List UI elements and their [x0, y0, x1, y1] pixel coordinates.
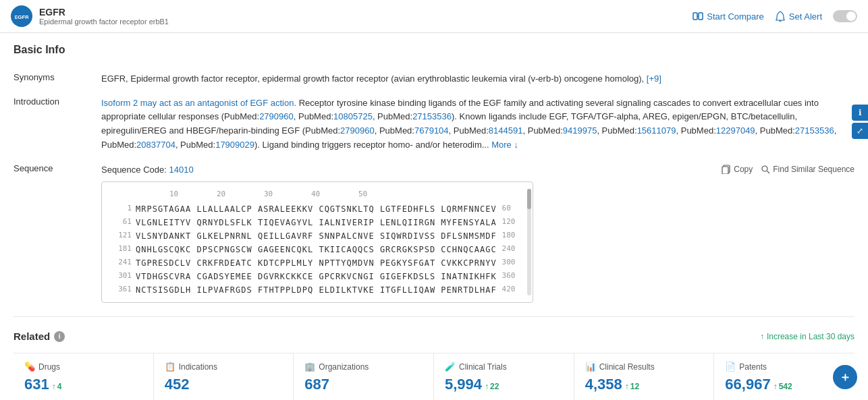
alert-icon [775, 11, 786, 22]
stat-label: 📋 Indications [165, 362, 283, 372]
sidebar-info-button[interactable]: ℹ [852, 105, 868, 121]
pubmed-link-12[interactable]: 17909029 [215, 140, 254, 150]
sequence-row-item: 1MRPSGTAGAA LLALLAALCP ASRALEEKKV CQGTSN… [109, 203, 526, 215]
stat-icon: 💊 [24, 362, 35, 372]
synonyms-more-link[interactable]: [+9] [647, 74, 661, 84]
stat-item[interactable]: 💊 Drugs 631 ↑4 [13, 353, 154, 400]
set-alert-button[interactable]: Set Alert [775, 11, 822, 22]
sequence-row-item: 361NCTSISGDLH ILPVAFRGDS FTHTPPLDPQ ELDI… [109, 284, 526, 296]
stat-icon: 🧪 [445, 362, 456, 372]
sequence-content: Sequence Code: 14010 Copy [101, 163, 855, 304]
related-title: Related i [13, 331, 65, 342]
pubmed-link-8[interactable]: 15611079 [637, 125, 676, 136]
svg-text:EGFR: EGFR [15, 14, 28, 20]
stat-item[interactable]: 🧪 Clinical Trials 5,994 ↑22 [434, 353, 574, 400]
alert-toggle[interactable] [833, 10, 857, 22]
introduction-value: Isoform 2 may act as an antagonist of EG… [101, 96, 855, 152]
intro-more-link[interactable]: More ↓ [491, 140, 518, 150]
stat-label: 🧪 Clinical Trials [445, 362, 563, 372]
find-similar-button[interactable]: Find Similar Sequence [761, 165, 855, 174]
pubmed-link-9[interactable]: 12297049 [716, 125, 755, 136]
header-actions: Start Compare Set Alert [693, 10, 857, 22]
increase-label: ↑ Increase in Last 30 days [760, 332, 855, 341]
stat-increase: ↑4 [52, 382, 62, 391]
main-content: Basic Info Synonyms EGFR, Epidermal grow… [0, 33, 868, 400]
stat-item[interactable]: 🏢 Organizations 687 [294, 353, 434, 400]
sequence-row-item: 241TGPRESDCLV CRKFRDEATC KDTCPPLMLY NPTT… [109, 257, 526, 269]
stat-icon: 📋 [165, 362, 175, 372]
svg-point-7 [762, 166, 767, 171]
sequence-label: Sequence [13, 163, 101, 173]
pubmed-link-7[interactable]: 9419975 [563, 125, 597, 136]
stat-label: 📊 Clinical Results [585, 362, 703, 372]
float-action-button[interactable]: ＋ [833, 365, 857, 389]
sequence-actions: Copy Find Similar Sequence [722, 165, 855, 174]
sequence-code-container: Sequence Code: 14010 [101, 163, 194, 177]
sequence-box: 1020304050 1MRPSGTAGAA LLALLAALCP ASRALE… [101, 181, 533, 303]
intro-text-content: Isoform 2 may act as an antagonist of EG… [101, 98, 836, 150]
stat-value: 4,358 ↑12 [585, 376, 703, 393]
sidebar-tools: ℹ ⤢ [852, 105, 868, 139]
stat-value: 452 [165, 376, 283, 393]
stat-icon: 🏢 [304, 362, 315, 372]
basic-info-title: Basic Info [13, 44, 855, 61]
gene-icon: EGFR [11, 5, 32, 27]
pubmed-link-5[interactable]: 7679104 [414, 125, 449, 136]
stat-increase: ↑12 [625, 382, 639, 391]
stat-label: 📄 Patents [725, 362, 844, 372]
copy-icon [722, 165, 731, 174]
pubmed-link-10[interactable]: 27153536 [795, 125, 834, 136]
stat-item[interactable]: 📋 Indications 452 [154, 353, 294, 400]
sequence-scrollbar[interactable] [527, 189, 531, 295]
stat-icon: 📊 [585, 362, 596, 372]
search-icon [761, 165, 770, 174]
sequence-row-item: 301VTDHGSCVRA CGADSYEMEE DGVRKCKKCE GPCR… [109, 270, 526, 283]
svg-rect-3 [699, 13, 703, 20]
sequence-row: Sequence Sequence Code: 14010 Copy [13, 163, 855, 304]
info-circle-icon: i [54, 331, 65, 342]
header-left: EGFR EGFR Epidermal growth factor recept… [11, 5, 169, 27]
page-header: EGFR EGFR Epidermal growth factor recept… [0, 0, 868, 33]
stat-icon: 📄 [725, 362, 736, 372]
sequence-code-link[interactable]: 14010 [169, 165, 193, 175]
compare-icon [693, 11, 703, 22]
synonyms-value: EGFR, Epidermal growth factor receptor, … [101, 72, 855, 86]
header-titles: EGFR Epidermal growth factor receptor er… [39, 7, 169, 26]
sequence-row-item: 61VLGNLEITYV QRNYDLSFLK TIQEVAGYVL IALNI… [109, 217, 526, 229]
pubmed-link-6[interactable]: 8144591 [489, 125, 523, 136]
sequence-controls: Sequence Code: 14010 Copy [101, 163, 855, 177]
sequence-code-label: Sequence Code: [101, 165, 167, 175]
pubmed-link-2[interactable]: 10805725 [333, 111, 373, 121]
pubmed-link-4[interactable]: 2790960 [340, 125, 375, 136]
stat-label: 🏢 Organizations [304, 362, 423, 372]
copy-button[interactable]: Copy [722, 165, 753, 174]
stat-label: 💊 Drugs [24, 362, 142, 372]
related-header: Related i ↑ Increase in Last 30 days [13, 331, 855, 342]
svg-rect-2 [693, 13, 697, 20]
stat-value: 631 ↑4 [24, 376, 142, 393]
stat-increase: ↑542 [774, 382, 792, 391]
sequence-row-item: 121VLSNYDANKT GLKELPNRNL QEILLGAVRF SNNP… [109, 230, 526, 242]
synonyms-row: Synonyms EGFR, Epidermal growth factor r… [13, 72, 855, 86]
pubmed-link-1[interactable]: 2790960 [259, 111, 294, 121]
stat-item[interactable]: 📊 Clinical Results 4,358 ↑12 [574, 353, 715, 400]
sequence-row-item: 181QNHLGSCQKC DPSCPNGSCW GAGEENCQKL TKII… [109, 244, 526, 256]
gene-title: EGFR [39, 7, 169, 18]
stat-value: 687 [304, 376, 423, 393]
stat-increase: ↑22 [485, 382, 499, 391]
svg-line-8 [767, 171, 770, 174]
synonyms-label: Synonyms [13, 72, 101, 82]
gene-subtitle: Epidermal growth factor receptor erbB1 [39, 18, 169, 26]
section-divider [13, 316, 855, 317]
sequence-ruler: 1020304050 [109, 189, 526, 200]
pubmed-link-3[interactable]: 27153536 [412, 111, 452, 121]
introduction-label: Introduction [13, 96, 101, 107]
stat-value: 5,994 ↑22 [445, 376, 563, 393]
start-compare-button[interactable]: Start Compare [693, 11, 764, 22]
stats-grid-row1: 💊 Drugs 631 ↑4 📋 Indications 452 🏢 Organ… [13, 353, 855, 400]
sidebar-expand-button[interactable]: ⤢ [852, 123, 868, 139]
pubmed-link-11[interactable]: 20837704 [136, 140, 175, 150]
introduction-row: Introduction Isoform 2 may act as an ant… [13, 96, 855, 152]
stat-value: 66,967 ↑542 [725, 376, 844, 393]
svg-rect-6 [722, 167, 728, 174]
